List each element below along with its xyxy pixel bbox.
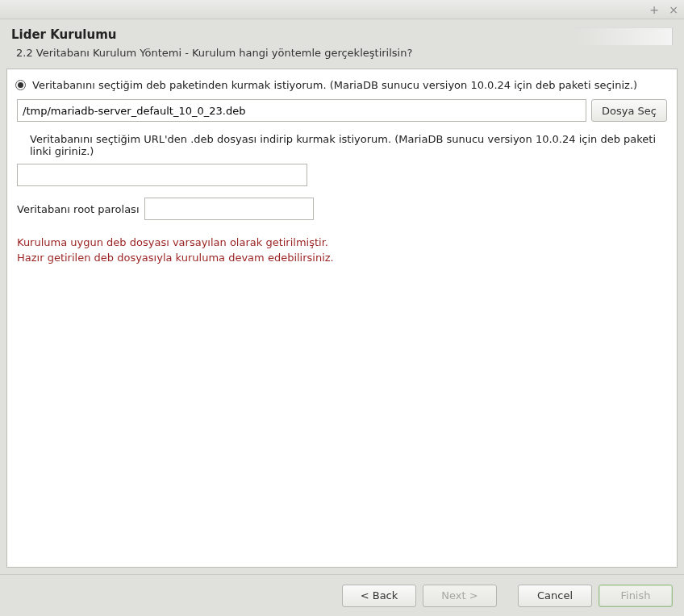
close-icon[interactable]: × [668,4,679,15]
wizard-footer: < Back Next > Cancel Finish [0,574,684,616]
deb-path-input[interactable] [17,99,586,122]
root-password-input[interactable] [144,198,314,220]
content-wrap: Veritabanını seçtiğim deb paketinden kur… [0,69,684,574]
deb-file-row: Dosya Seç [17,99,667,122]
url-input[interactable] [17,164,307,186]
option-deb-radio-row[interactable]: Veritabanını seçtiğim deb paketinden kur… [15,79,669,91]
wizard-header: Lider Kurulumu 2.2 Veritabanı Kurulum Yö… [0,19,684,69]
choose-file-button[interactable]: Dosya Seç [591,99,667,122]
header-banner [576,27,673,45]
radio-icon[interactable] [15,80,26,90]
back-button[interactable]: < Back [342,585,416,607]
maximize-icon[interactable]: + [649,4,660,15]
finish-button: Finish [598,585,673,607]
option-deb-label: Veritabanını seçtiğim deb paketinden kur… [32,79,637,91]
info-line-1: Kuruluma uygun deb dosyası varsayılan ol… [17,236,669,248]
titlebar: + × [0,0,684,19]
content-panel: Veritabanını seçtiğim deb paketinden kur… [6,69,678,568]
next-button: Next > [423,585,497,607]
page-subtitle: 2.2 Veritabanı Kurulum Yöntemi - Kurulum… [16,47,412,59]
root-password-label: Veritabanı root parolası [17,203,140,215]
root-password-row: Veritabanı root parolası [17,198,669,220]
wizard-window: + × Lider Kurulumu 2.2 Veritabanı Kurulu… [0,0,684,616]
info-line-2: Hazır getirilen deb dosyasıyla kuruluma … [17,252,669,264]
option-url-label: Veritabanını seçtiğim URL'den .deb dosya… [30,133,669,157]
page-title: Lider Kurulumu [11,27,412,42]
cancel-button[interactable]: Cancel [518,585,592,607]
